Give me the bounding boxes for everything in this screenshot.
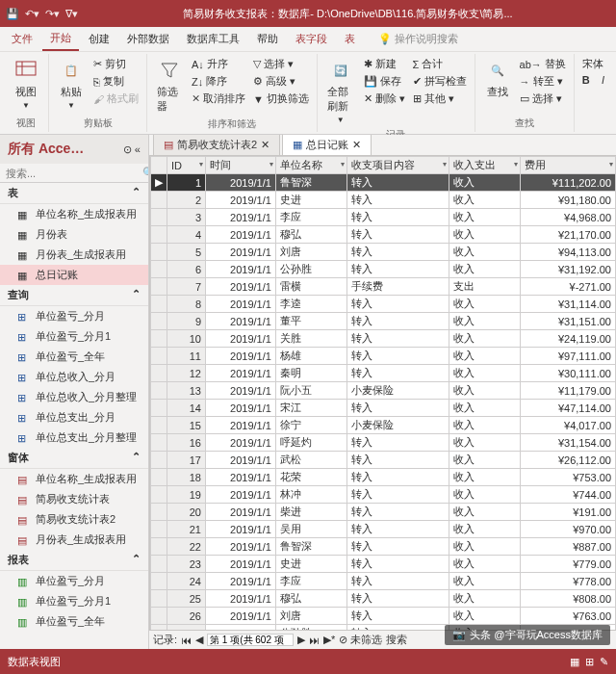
cell-item[interactable]: 转入 <box>347 556 449 573</box>
cell-id[interactable]: 3 <box>167 209 206 226</box>
nav-query-item[interactable]: ⊞单位总收入_分月整理 <box>0 387 148 407</box>
tab-help[interactable]: 帮助 <box>249 28 286 50</box>
cell-unit[interactable]: 史进 <box>275 192 347 209</box>
cell-unit[interactable]: 呼延灼 <box>275 434 347 452</box>
cell-item[interactable]: 转入 <box>347 174 449 192</box>
cell-id[interactable]: 5 <box>167 244 206 261</box>
nav-prev-icon[interactable]: ◀ <box>195 634 203 646</box>
row-selector[interactable] <box>151 486 167 504</box>
cell-time[interactable]: 2019/1/1 <box>206 608 276 625</box>
cell-io[interactable]: 收入 <box>449 261 521 278</box>
cell-fee[interactable]: ¥779.00 <box>521 556 616 573</box>
table-row[interactable]: 182019/1/1花荣转入收入¥753.00 <box>151 469 616 486</box>
cell-unit[interactable]: 林冲 <box>275 486 347 504</box>
cell-time[interactable]: 2019/1/1 <box>206 313 276 330</box>
cell-time[interactable]: 2019/1/1 <box>206 174 276 192</box>
cell-time[interactable]: 2019/1/1 <box>206 244 276 261</box>
table-row[interactable]: 22019/1/1史进转入收入¥91,180.00 <box>151 192 616 209</box>
cell-item[interactable]: 转入 <box>347 608 449 625</box>
cell-id[interactable]: 7 <box>167 278 206 296</box>
find-button[interactable]: 🔍查找 <box>481 56 514 101</box>
spelling-button[interactable]: ✔ 拼写检查 <box>411 73 469 90</box>
cell-fee[interactable]: ¥21,170.00 <box>521 226 616 244</box>
cell-io[interactable]: 收入 <box>449 313 521 330</box>
filter-icon[interactable]: ∇▾ <box>65 8 78 20</box>
cell-item[interactable]: 小麦保险 <box>347 382 449 400</box>
row-selector[interactable] <box>151 348 167 365</box>
cell-fee[interactable]: ¥763.00 <box>521 608 616 625</box>
table-row[interactable]: 82019/1/1李逵转入收入¥31,114.00 <box>151 296 616 313</box>
cell-io[interactable]: 收入 <box>449 521 521 538</box>
cell-unit[interactable]: 李应 <box>275 573 347 590</box>
cell-id[interactable]: 11 <box>167 348 206 365</box>
cell-item[interactable]: 转入 <box>347 590 449 608</box>
cell-time[interactable]: 2019/1/1 <box>206 504 276 521</box>
cell-fee[interactable]: ¥11,179.00 <box>521 382 616 400</box>
tab-form[interactable]: ▤简易收支统计表2 ✕ <box>153 135 280 155</box>
search-box[interactable]: 搜索 <box>386 633 407 647</box>
row-selector[interactable] <box>151 556 167 573</box>
cell-io[interactable]: 收入 <box>449 417 521 434</box>
table-row[interactable]: 252019/1/1穆弘转入收入¥808.00 <box>151 590 616 608</box>
format-painter-button[interactable]: 🖌 格式刷 <box>91 91 141 107</box>
nav-query-item[interactable]: ⊞单位总收入_分月 <box>0 367 148 387</box>
nav-table-item[interactable]: ▦月份表_生成报表用 <box>0 245 148 265</box>
cell-time[interactable]: 2019/1/1 <box>206 434 276 452</box>
cell-item[interactable]: 转入 <box>347 226 449 244</box>
cell-unit[interactable]: 花荣 <box>275 469 347 486</box>
cell-unit[interactable]: 公孙胜 <box>275 261 347 278</box>
cell-id[interactable]: 4 <box>167 226 206 244</box>
cell-time[interactable]: 2019/1/1 <box>206 469 276 486</box>
table-row[interactable]: 172019/1/1武松转入收入¥26,112.00 <box>151 452 616 469</box>
tab-create[interactable]: 创建 <box>81 28 117 50</box>
font-bold-italic[interactable]: B I <box>580 73 606 87</box>
row-selector[interactable] <box>151 521 167 538</box>
nav-form-item[interactable]: ▤单位名称_生成报表用 <box>0 469 148 489</box>
advanced-button[interactable]: ⚙ 高级 ▾ <box>251 73 311 90</box>
cell-item[interactable]: 转入 <box>347 348 449 365</box>
cell-id[interactable]: 21 <box>167 521 206 538</box>
cell-item[interactable]: 转入 <box>347 365 449 382</box>
cell-io[interactable]: 收入 <box>449 330 521 348</box>
sort-desc-button[interactable]: Z↓ 降序 <box>190 73 247 90</box>
cell-item[interactable]: 转入 <box>347 296 449 313</box>
cell-id[interactable]: 13 <box>167 382 206 400</box>
nav-header[interactable]: 所有 Acce…⊙ « <box>0 135 148 164</box>
row-selector[interactable] <box>151 365 167 382</box>
cell-io[interactable]: 收入 <box>449 226 521 244</box>
cell-fee[interactable]: ¥24,119.00 <box>521 330 616 348</box>
row-selector[interactable] <box>151 261 167 278</box>
row-selector[interactable]: ▶ <box>151 174 167 192</box>
row-selector[interactable] <box>151 278 167 296</box>
nav-next-icon[interactable]: ▶ <box>297 634 305 646</box>
cell-id[interactable]: 16 <box>167 434 206 452</box>
section-tables[interactable]: 表⌃ <box>0 183 148 204</box>
row-selector[interactable] <box>151 452 167 469</box>
cell-io[interactable]: 收入 <box>449 296 521 313</box>
row-selector[interactable] <box>151 296 167 313</box>
cell-fee[interactable]: ¥47,114.00 <box>521 400 616 417</box>
cell-id[interactable]: 2 <box>167 192 206 209</box>
cell-id[interactable]: 9 <box>167 313 206 330</box>
cell-io[interactable]: 收入 <box>449 434 521 452</box>
cell-io[interactable]: 收入 <box>449 174 521 192</box>
cell-unit[interactable]: 鲁智深 <box>275 538 347 556</box>
cell-item[interactable]: 转入 <box>347 538 449 556</box>
cell-time[interactable]: 2019/1/1 <box>206 226 276 244</box>
cell-item[interactable]: 手续费 <box>347 278 449 296</box>
row-selector[interactable] <box>151 313 167 330</box>
cell-io[interactable]: 收入 <box>449 244 521 261</box>
cell-unit[interactable]: 秦明 <box>275 365 347 382</box>
cell-item[interactable]: 转入 <box>347 504 449 521</box>
table-row[interactable]: ▶12019/1/1鲁智深转入收入¥111,202.00 <box>151 174 616 192</box>
nav-report-item[interactable]: ▥单位盈亏_分月 <box>0 571 148 591</box>
nav-query-item[interactable]: ⊞单位盈亏_分月 <box>0 306 148 326</box>
cell-item[interactable]: 转入 <box>347 400 449 417</box>
more-button[interactable]: ⊞ 其他 ▾ <box>411 91 469 107</box>
cell-item[interactable]: 转入 <box>347 209 449 226</box>
cell-item[interactable]: 转入 <box>347 573 449 590</box>
cell-id[interactable]: 25 <box>167 590 206 608</box>
cell-unit[interactable]: 李逵 <box>275 296 347 313</box>
font-family[interactable]: 宋体 <box>580 56 606 72</box>
save-button[interactable]: 💾 保存 <box>362 73 407 90</box>
